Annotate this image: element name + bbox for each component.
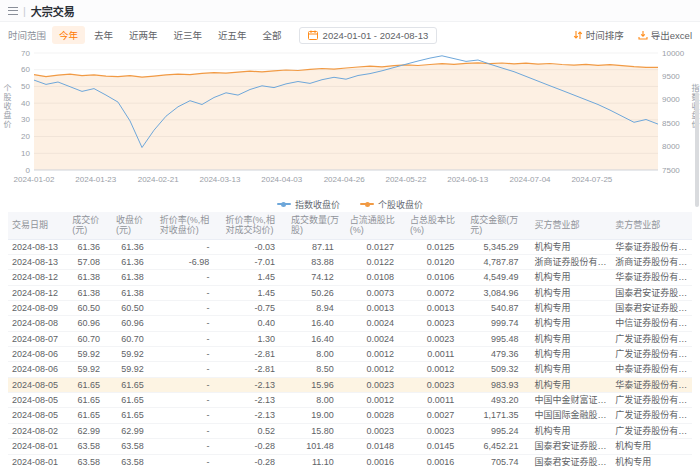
table-cell: 2024-08-06 <box>8 347 68 362</box>
svg-text:70: 70 <box>21 49 30 58</box>
time-range-tab[interactable]: 近两年 <box>122 26 165 44</box>
table-cell: 机构专用 <box>531 270 612 285</box>
time-sort-button[interactable]: 时间排序 <box>573 28 624 42</box>
table-cell: 509.32 <box>466 362 530 377</box>
legend-item[interactable]: 指数收盘价 <box>277 198 340 211</box>
table-cell: 60.50 <box>68 301 112 316</box>
column-header: 交易日期 <box>8 212 68 239</box>
legend-label: 指数收盘价 <box>295 198 340 211</box>
table-row[interactable]: 2024-08-1261.3861.38-1.4550.260.00730.00… <box>8 285 692 300</box>
chart-legend: 指数收盘价个股收盘价 <box>8 196 692 212</box>
table-cell: 63.58 <box>112 439 156 454</box>
time-range-tab[interactable]: 近五年 <box>211 26 254 44</box>
table-row[interactable]: 2024-08-0860.9660.96-0.4016.400.00240.00… <box>8 316 692 331</box>
time-range-tab[interactable]: 全部 <box>256 26 289 44</box>
time-range-tab[interactable]: 今年 <box>52 26 85 44</box>
table-cell: 国泰君安证券股份有限公司总部 <box>531 454 612 468</box>
table-cell: - <box>156 393 222 408</box>
table-cell: 0.0027 <box>406 408 466 423</box>
table-cell: 15.80 <box>287 423 346 438</box>
table-cell: 国泰君安证券股份有限公司总部 <box>531 439 612 454</box>
table-row[interactable]: 2024-08-0659.9259.92--2.818.000.00120.00… <box>8 347 692 362</box>
table-cell: 国泰君安证券股份有限公司大连分公司 <box>611 301 692 316</box>
svg-text:60: 60 <box>21 65 30 74</box>
table-cell: 61.36 <box>68 239 112 254</box>
table-row[interactable]: 2024-08-1361.3661.36--0.0387.110.01270.0… <box>8 239 692 254</box>
table-row[interactable]: 2024-08-0760.7060.70-1.3016.400.00240.00… <box>8 331 692 346</box>
table-cell: 国泰君安证券股份有限公司总部 <box>611 285 692 300</box>
table-row[interactable]: 2024-08-0659.9259.92--2.818.500.00120.00… <box>8 362 692 377</box>
table-cell: 59.92 <box>68 347 112 362</box>
svg-text:8000: 8000 <box>662 142 680 151</box>
table-cell: -0.28 <box>221 454 287 468</box>
svg-text:2024-03-13: 2024-03-13 <box>199 175 240 184</box>
table-cell: 63.58 <box>68 454 112 468</box>
table-cell: 0.0023 <box>346 377 406 392</box>
table-row[interactable]: 2024-08-0561.6561.65--2.1315.960.00230.0… <box>8 377 692 392</box>
table-cell: 999.74 <box>466 316 530 331</box>
table-cell: 广发证券股份有限公司上海分公司 <box>611 393 692 408</box>
svg-text:50: 50 <box>21 82 30 91</box>
table-cell: 0.0024 <box>346 316 406 331</box>
table-row[interactable]: 2024-08-0163.5863.58--0.2811.100.00160.0… <box>8 454 692 468</box>
export-excel-button[interactable]: 导出excel <box>638 28 692 42</box>
table-cell: 2024-08-01 <box>8 454 68 468</box>
table-cell: 101.48 <box>287 439 346 454</box>
table-cell: 57.08 <box>68 255 112 270</box>
table-cell: -0.75 <box>221 301 287 316</box>
title-divider: | <box>23 5 26 17</box>
table-cell: 0.0011 <box>406 347 466 362</box>
table-cell: 0.0012 <box>346 362 406 377</box>
table-cell: 2024-08-06 <box>8 362 68 377</box>
table-cell: 0.0127 <box>346 239 406 254</box>
table-cell: 2024-08-05 <box>8 408 68 423</box>
table-cell: 62.99 <box>112 423 156 438</box>
table-cell: 479.36 <box>466 347 530 362</box>
time-range-tab[interactable]: 去年 <box>87 26 120 44</box>
date-range-picker[interactable]: 2024-01-01 - 2024-08-13 <box>299 27 438 44</box>
time-range-tab[interactable]: 近三年 <box>167 26 210 44</box>
legend-item[interactable]: 个股收盘价 <box>360 198 423 211</box>
table-cell: 0.0023 <box>406 331 466 346</box>
table-cell: 华泰证券股份有限公司深圳分公司 <box>611 239 692 254</box>
table-row[interactable]: 2024-08-1261.3861.38-1.4574.120.01080.01… <box>8 270 692 285</box>
table-cell: 59.92 <box>112 362 156 377</box>
table-cell: 机构专用 <box>531 362 612 377</box>
table-cell: 19.00 <box>287 408 346 423</box>
vertical-scrollbar[interactable] <box>695 92 699 207</box>
table-cell: -2.81 <box>221 362 287 377</box>
table-cell: 983.93 <box>466 377 530 392</box>
table-cell: 机构专用 <box>611 439 692 454</box>
table-row[interactable]: 2024-08-0561.6561.65--2.1319.000.00280.0… <box>8 408 692 423</box>
table-row[interactable]: 2024-08-1357.0861.36-6.98-7.0183.880.012… <box>8 255 692 270</box>
table-cell: 61.38 <box>68 285 112 300</box>
table-cell: 4,787.87 <box>466 255 530 270</box>
table-cell: 0.0023 <box>406 423 466 438</box>
table-cell: 1.30 <box>221 331 287 346</box>
table-row[interactable]: 2024-08-0960.5060.50--0.758.940.00130.00… <box>8 301 692 316</box>
svg-text:10000: 10000 <box>662 49 685 58</box>
table-cell: 2024-08-05 <box>8 377 68 392</box>
table-cell: 16.40 <box>287 331 346 346</box>
table-cell: 61.36 <box>112 239 156 254</box>
table-cell: 87.11 <box>287 239 346 254</box>
table-cell: 2024-08-08 <box>8 316 68 331</box>
table-cell: 1.45 <box>221 285 287 300</box>
svg-text:2024-07-25: 2024-07-25 <box>571 175 612 184</box>
table-cell: 机构专用 <box>531 377 612 392</box>
table-cell: 机构专用 <box>531 423 612 438</box>
table-cell: - <box>156 316 222 331</box>
table-cell: 2024-08-13 <box>8 239 68 254</box>
table-row[interactable]: 2024-08-0561.6561.65--2.138.000.00120.00… <box>8 393 692 408</box>
table-cell: 2024-08-13 <box>8 255 68 270</box>
svg-text:0: 0 <box>26 166 31 175</box>
svg-text:8500: 8500 <box>662 119 680 128</box>
table-cell: 63.58 <box>112 454 156 468</box>
table-cell: 63.58 <box>68 439 112 454</box>
table-row[interactable]: 2024-08-0163.5863.58--0.28101.480.01480.… <box>8 439 692 454</box>
table-cell: 8.00 <box>287 347 346 362</box>
table-cell: 8.94 <box>287 301 346 316</box>
price-chart[interactable]: 0102030405060707500800085009000950010000… <box>8 48 692 196</box>
table-row[interactable]: 2024-08-0262.9962.99-0.5215.800.00230.00… <box>8 423 692 438</box>
table-cell: 3,084.96 <box>466 285 530 300</box>
